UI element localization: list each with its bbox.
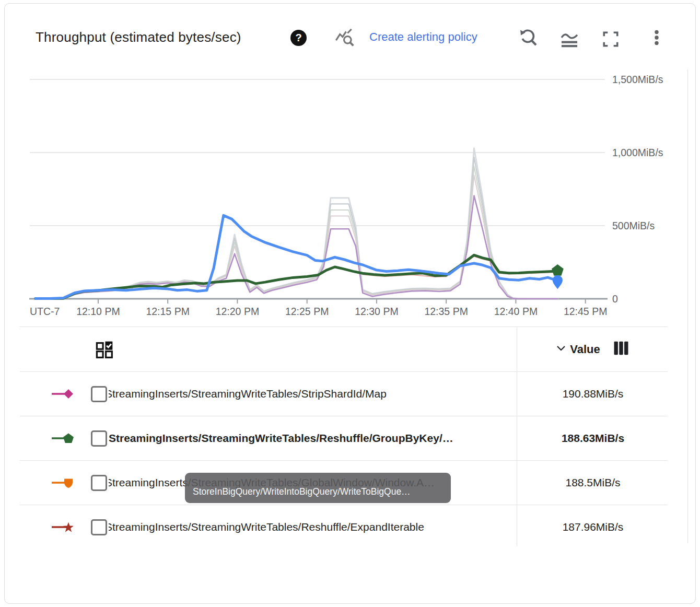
pentagon-series-marker xyxy=(51,433,74,446)
legend-row[interactable]: StreamingInserts/StreamingWriteTables/St… xyxy=(20,371,668,416)
value-column-header[interactable]: Value xyxy=(570,343,600,356)
sort-descending-icon[interactable] xyxy=(556,344,566,354)
y-axis-tick-label: 1,500MiB/s xyxy=(612,74,663,86)
series-value: 187.96MiB/s xyxy=(517,505,669,549)
series-label: StreamingInserts/StreamingWriteTables/Re… xyxy=(109,432,453,445)
x-axis-tick-label: 12:35 PM xyxy=(424,306,468,318)
y-axis-tick-label: 500MiB/s xyxy=(612,220,655,232)
columns-icon[interactable] xyxy=(612,341,630,358)
series-checkbox[interactable] xyxy=(91,475,107,491)
x-axis-tick-label: 12:20 PM xyxy=(216,306,259,318)
timezone-label: UTC-7 xyxy=(30,306,60,318)
star-series-marker xyxy=(51,521,74,535)
legend-row[interactable]: StreamingInserts/StreamingWriteTables/Re… xyxy=(20,416,668,460)
series-value: 188.63MiB/s xyxy=(517,416,669,460)
y-axis-tick-label: 1,000MiB/s xyxy=(612,147,663,159)
series-value: 190.88MiB/s xyxy=(517,372,669,416)
pentagon-end-marker xyxy=(552,264,564,276)
legend-table-header: Value xyxy=(20,326,668,371)
y-axis-tick-label: 0 xyxy=(612,293,618,305)
x-axis-tick-label: 12:40 PM xyxy=(494,306,538,318)
monitoring-chart-widget: Throughput (estimated bytes/sec) ? Creat… xyxy=(0,0,700,607)
panel-divider xyxy=(687,69,688,543)
pin-end-marker xyxy=(553,275,563,289)
series-label: StreamingInserts/StreamingWriteTables/St… xyxy=(109,388,387,400)
x-axis-tick-label: 12:25 PM xyxy=(285,306,329,318)
series-label: StreamingInserts/StreamingWriteTables/Re… xyxy=(109,521,424,533)
series-value: 188.5MiB/s xyxy=(517,461,669,505)
diamond-series-marker xyxy=(51,388,74,402)
tooltip: StoreInBigQuery/WriteIntoBigQuery/WriteT… xyxy=(185,473,451,503)
select-all-series-icon[interactable] xyxy=(95,340,114,361)
legend-row[interactable]: StreamingInserts/StreamingWriteTables/Re… xyxy=(20,505,668,549)
legend-table: Value StreamingInserts/StreamingWriteTab… xyxy=(20,326,668,549)
shield-series-marker xyxy=(51,477,74,491)
x-axis-tick-label: 12:15 PM xyxy=(146,306,189,318)
series-checkbox[interactable] xyxy=(91,519,107,535)
x-axis-tick-label: 12:30 PM xyxy=(355,306,398,318)
column-divider xyxy=(517,326,517,546)
series-checkbox[interactable] xyxy=(91,430,107,447)
x-axis-tick-label: 12:10 PM xyxy=(76,306,120,318)
series-checkbox[interactable] xyxy=(91,386,107,402)
x-axis-tick-label: 12:45 PM xyxy=(564,306,607,318)
